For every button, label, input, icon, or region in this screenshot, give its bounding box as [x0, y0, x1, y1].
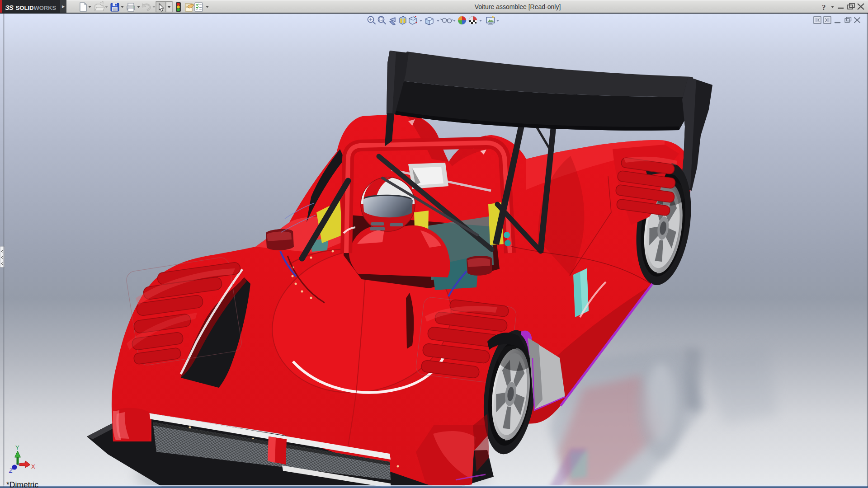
svg-text:Y: Y: [15, 444, 19, 451]
svg-text:?: ?: [822, 3, 826, 12]
svg-text:X: X: [31, 463, 35, 470]
svg-text:*Dimetric: *Dimetric: [6, 480, 38, 488]
svg-text:Z: Z: [9, 467, 13, 474]
